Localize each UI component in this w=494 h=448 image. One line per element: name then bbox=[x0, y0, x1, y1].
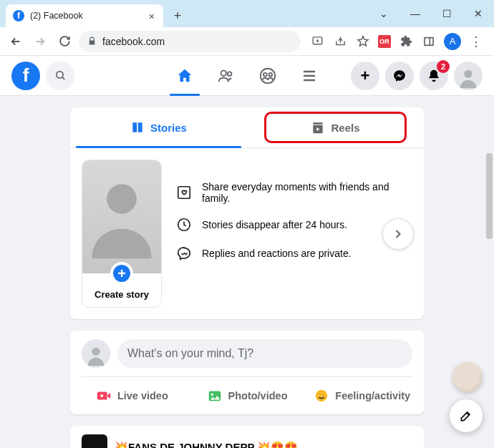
nav-groups[interactable] bbox=[250, 57, 286, 94]
notification-badge: 2 bbox=[437, 60, 450, 73]
install-icon[interactable] bbox=[309, 34, 325, 49]
info-row: Share everyday moments with friends and … bbox=[176, 181, 412, 204]
composer-placeholder: What's on your mind, Tj? bbox=[127, 347, 253, 360]
minimize-button[interactable]: — bbox=[399, 3, 431, 24]
facebook-search-button[interactable] bbox=[46, 62, 74, 90]
svg-point-4 bbox=[228, 72, 232, 76]
svg-point-17 bbox=[319, 394, 320, 395]
create-story-tile[interactable]: + Create story bbox=[82, 160, 162, 308]
composer-input[interactable]: What's on your mind, Tj? bbox=[117, 339, 412, 368]
svg-point-6 bbox=[263, 72, 267, 76]
scrollbar-thumb[interactable] bbox=[486, 153, 493, 239]
facebook-header-right: + 2 bbox=[351, 62, 483, 90]
feed-scroll-area[interactable]: Stories Reels + Create story bbox=[0, 96, 494, 448]
tab-reels-label: Reels bbox=[331, 122, 359, 134]
close-window-button[interactable]: ✕ bbox=[462, 3, 494, 24]
forward-button[interactable] bbox=[30, 31, 50, 52]
photo-icon bbox=[207, 388, 223, 404]
stories-body: + Create story Share everyday moments wi… bbox=[70, 148, 424, 319]
clock-icon bbox=[176, 217, 192, 233]
window-controls: ⌄ — ☐ ✕ bbox=[368, 0, 494, 27]
extensions-icon[interactable] bbox=[398, 34, 414, 49]
svg-point-13 bbox=[100, 394, 103, 397]
svg-point-16 bbox=[316, 390, 328, 402]
svg-rect-10 bbox=[178, 187, 190, 199]
info-text: Stories disappear after 24 hours. bbox=[202, 219, 347, 230]
notifications-button[interactable]: 2 bbox=[420, 62, 448, 90]
create-story-image: + bbox=[82, 160, 161, 273]
maximize-button[interactable]: ☐ bbox=[431, 3, 462, 24]
chat-contact-bubble[interactable] bbox=[452, 362, 483, 392]
back-button[interactable] bbox=[6, 31, 26, 52]
plus-icon: + bbox=[110, 262, 133, 285]
photo-video-button[interactable]: Photo/video bbox=[190, 381, 305, 410]
share-icon[interactable] bbox=[332, 34, 348, 49]
messenger-icon bbox=[176, 245, 192, 261]
tab-close-icon[interactable]: × bbox=[146, 10, 158, 21]
feeling-activity-button[interactable]: Feeling/activity bbox=[304, 381, 420, 410]
reload-button[interactable] bbox=[54, 31, 74, 52]
stories-reels-card: Stories Reels + Create story bbox=[70, 107, 424, 319]
info-text: Replies and reactions are private. bbox=[202, 248, 352, 259]
new-tab-button[interactable]: + bbox=[168, 6, 188, 26]
lock-icon bbox=[87, 36, 97, 46]
facebook-logo[interactable]: f bbox=[11, 62, 40, 90]
svg-point-8 bbox=[464, 69, 472, 77]
info-row: Replies and reactions are private. bbox=[176, 245, 412, 261]
svg-point-9 bbox=[107, 184, 137, 214]
info-row: Stories disappear after 24 hours. bbox=[176, 217, 412, 233]
tab-stories-label: Stories bbox=[150, 122, 187, 134]
stories-icon bbox=[130, 120, 145, 135]
messenger-button[interactable] bbox=[385, 62, 414, 90]
feed-column: Stories Reels + Create story bbox=[70, 107, 424, 448]
svg-point-5 bbox=[261, 68, 275, 82]
svg-point-12 bbox=[92, 348, 100, 356]
info-text: Share everyday moments with friends and … bbox=[202, 181, 412, 204]
post-title: 💥FANS DE JOHNNY DEPP 💥😍😍 bbox=[115, 441, 298, 448]
smiley-icon bbox=[314, 388, 329, 404]
feed-post-peek[interactable]: 💥FANS DE JOHNNY DEPP 💥😍😍 bbox=[70, 426, 424, 448]
chevron-down-icon[interactable]: ⌄ bbox=[368, 3, 399, 24]
post-avatar bbox=[82, 434, 107, 448]
url-text: facebook.com bbox=[102, 36, 165, 47]
svg-point-18 bbox=[323, 394, 324, 395]
stories-reels-tabs: Stories Reels bbox=[70, 107, 424, 148]
composer-top: What's on your mind, Tj? bbox=[70, 331, 424, 376]
tab-title: (2) Facebook bbox=[30, 11, 140, 21]
photo-video-label: Photo/video bbox=[228, 390, 288, 401]
facebook-top-nav bbox=[167, 57, 327, 94]
live-video-label: Live video bbox=[117, 390, 168, 401]
browser-toolbar: facebook.com OR A ⋮ bbox=[0, 27, 494, 56]
browser-profile-avatar[interactable]: A bbox=[444, 33, 461, 50]
nav-home[interactable] bbox=[167, 57, 203, 94]
svg-point-3 bbox=[221, 70, 226, 75]
browser-tab[interactable]: (2) Facebook × bbox=[6, 4, 163, 27]
sidepanel-icon[interactable] bbox=[421, 34, 437, 49]
extension-badge[interactable]: OR bbox=[378, 35, 391, 48]
composer-avatar[interactable] bbox=[82, 339, 110, 368]
facebook-header: f + 2 bbox=[0, 56, 494, 96]
svg-point-2 bbox=[56, 72, 62, 78]
create-button[interactable]: + bbox=[351, 62, 379, 90]
browser-menu-icon[interactable]: ⋮ bbox=[468, 34, 484, 49]
toolbar-icons: OR A ⋮ bbox=[305, 33, 488, 50]
svg-point-15 bbox=[210, 394, 213, 396]
feeling-activity-label: Feeling/activity bbox=[335, 390, 410, 401]
svg-rect-1 bbox=[425, 37, 433, 45]
tab-reels[interactable]: Reels bbox=[247, 107, 424, 147]
composer-actions: Live video Photo/video Feeling/activity bbox=[70, 377, 424, 414]
reels-icon bbox=[311, 120, 325, 135]
live-video-button[interactable]: Live video bbox=[74, 381, 190, 410]
new-message-button[interactable] bbox=[450, 399, 483, 432]
nav-friends[interactable] bbox=[208, 57, 244, 94]
stories-info-list: Share everyday moments with friends and … bbox=[176, 160, 412, 261]
nav-menu[interactable] bbox=[291, 57, 327, 94]
gallery-heart-icon bbox=[176, 185, 192, 200]
window-titlebar: (2) Facebook × + ⌄ — ☐ ✕ bbox=[0, 0, 494, 27]
address-bar[interactable]: facebook.com bbox=[79, 31, 301, 52]
tab-stories[interactable]: Stories bbox=[70, 107, 247, 147]
account-button[interactable] bbox=[454, 62, 483, 90]
bookmark-star-icon[interactable] bbox=[355, 34, 371, 49]
composer-card: What's on your mind, Tj? Live video Phot… bbox=[70, 331, 424, 414]
stories-next-button[interactable] bbox=[382, 218, 414, 250]
